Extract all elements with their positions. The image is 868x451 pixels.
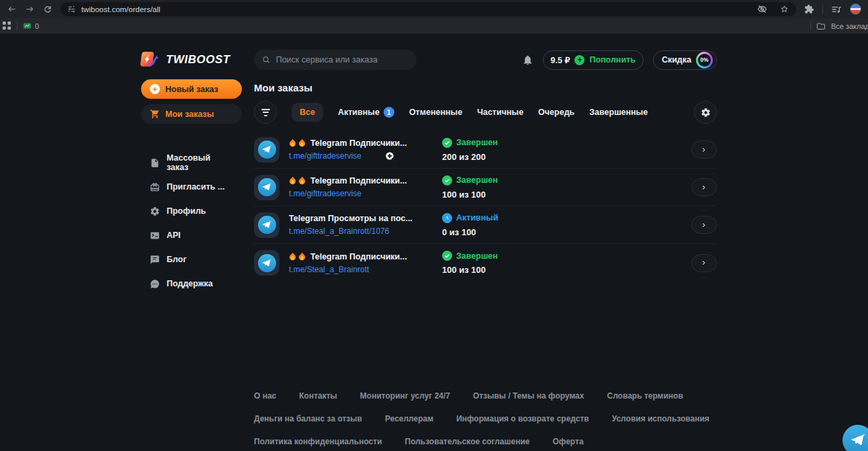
back-icon[interactable] [7,4,17,14]
check-icon [442,251,452,261]
sidebar-item-my-orders[interactable]: Мои заказы [141,104,242,124]
api-terminal-icon [150,231,160,241]
filter-button[interactable] [254,101,277,124]
invite-gift-icon [150,182,160,192]
chevron-right-icon [700,183,708,192]
balance-value: 9.5 ₽ [551,55,570,65]
profile-gear-icon [150,206,160,216]
search-icon [262,55,271,65]
bookmark-item[interactable]: 0 [23,22,39,30]
discount-pill[interactable]: Скидка 0% [653,50,717,70]
footer-link[interactable]: О нас [254,391,276,401]
brand-logo[interactable]: TWIBOOST [141,50,254,69]
footer-link[interactable]: Пользовательское соглашение [405,437,530,446]
url-text[interactable]: twiboost.com/orders/all [81,5,745,13]
brand-logo-icon [141,50,161,69]
new-order-button[interactable]: + Новый заказ [141,79,242,99]
bookmarks-bar: 0 Все заклад [0,18,868,34]
gear-icon [701,108,711,118]
bookmark-label: 0 [35,22,39,30]
order-row[interactable]: Telegram Подписчики... t.me/gifttradeser… [254,131,717,169]
footer-link[interactable]: Оферта [552,437,583,446]
address-bar[interactable]: twiboost.com/orders/all [60,2,796,16]
orders-list: Telegram Подписчики... t.me/gifttradeser… [254,131,717,282]
order-title: Telegram Подписчики... [310,138,407,148]
footer-link[interactable]: Информация о возврате средств [456,414,589,423]
footer-link[interactable]: Условия использования [612,414,709,423]
order-title: Telegram Просмотры на пос... [289,214,413,223]
sidebar-item-support[interactable]: Поддержка [141,272,242,296]
telegram-icon [254,137,279,163]
footer: О нас Контакты Мониторинг услуг 24/7 Отз… [254,391,717,446]
sidebar-item-invite[interactable]: Пригласить ... [141,175,242,199]
reading-list-icon[interactable] [831,4,842,15]
order-details-button[interactable] [691,254,717,272]
footer-link[interactable]: Деньги на баланс за отзыв [254,414,362,423]
order-details-button[interactable] [691,178,717,196]
telegram-fab-button[interactable] [842,425,868,451]
tab-all[interactable]: Все [292,103,323,122]
reload-icon[interactable] [43,5,52,14]
active-count-badge: 1 [384,107,394,118]
side-panel-grid-icon[interactable] [3,22,11,30]
footer-link[interactable]: Политика конфиденциальности [254,437,382,446]
flame-icons [289,252,306,261]
order-link[interactable]: t.me/gifttradeservise [289,151,442,161]
sidebar-item-bulk-order[interactable]: Массовый заказ [141,151,242,175]
discount-label: Скидка [662,55,691,65]
sidebar-item-blog[interactable]: Блог [141,247,242,272]
footer-link[interactable]: Мониторинг услуг 24/7 [360,391,450,401]
notifications-bell-icon[interactable] [522,54,533,66]
bookmark-star-icon[interactable] [779,4,789,14]
site-info-icon[interactable] [67,5,76,13]
footer-link[interactable]: Словарь терминов [607,391,683,401]
bookmarks-divider [17,22,17,30]
order-details-button[interactable] [691,216,717,234]
check-icon [442,138,452,148]
eye-off-icon[interactable] [757,4,767,14]
chevron-right-icon [700,259,708,267]
tab-active[interactable]: Активные 1 [338,107,394,118]
tab-partial[interactable]: Частичные [477,108,523,117]
tab-queue[interactable]: Очередь [538,108,574,117]
tab-cancelled[interactable]: Отмененные [409,108,462,117]
search-input[interactable] [276,55,408,65]
telegram-icon [254,212,279,238]
check-icon [442,175,452,186]
order-link[interactable]: t.me/gifttradeservise [289,189,442,198]
order-count: 0 из 100 [442,227,691,237]
sidebar-item-profile[interactable]: Профиль [141,199,242,223]
order-count: 100 из 100 [442,190,691,200]
footer-link[interactable]: Реселлерам [385,414,433,423]
sidebar-item-api[interactable]: API [141,223,242,247]
order-row[interactable]: Telegram Подписчики... t.me/gifttradeser… [254,169,717,206]
balance-pill[interactable]: 9.5 ₽ + Пополнить [543,50,644,70]
flame-icons [289,176,306,186]
page-title: Мои заказы [254,82,717,93]
order-count: 100 из 100 [442,265,691,275]
search-bar[interactable] [254,50,417,70]
topup-label[interactable]: Пополнить [589,55,635,65]
tab-completed[interactable]: Завершенные [589,108,648,117]
bulk-order-icon [150,158,160,168]
support-chat-icon [150,279,160,289]
order-link[interactable]: t.me/Steal_a_Brainrott [289,265,442,274]
page: TWIBOOST 9.5 ₽ + Пополнить Скидка 0 [0,34,868,451]
filter-icon [261,107,270,118]
order-title: Telegram Подписчики... [310,176,407,186]
forward-icon[interactable] [25,4,35,14]
telegram-plane-icon [851,434,865,447]
order-details-button[interactable] [691,140,717,159]
plus-circle-icon: + [150,84,160,94]
sidebar: + Новый заказ Мои заказы Массовый заказ … [141,79,242,451]
all-bookmarks[interactable]: Все заклад [810,22,868,31]
topup-plus-icon: + [574,55,584,65]
extensions-icon[interactable] [804,4,814,14]
profile-avatar[interactable] [850,3,861,15]
order-row[interactable]: Telegram Просмотры на пос... t.me/Steal_… [254,206,717,244]
footer-link[interactable]: Контакты [299,391,337,401]
order-row[interactable]: Telegram Подписчики... t.me/Steal_a_Brai… [254,244,717,282]
order-link[interactable]: t.me/Steal_a_Brainrott/1076 [289,227,442,236]
orders-settings-button[interactable] [694,101,717,124]
footer-link[interactable]: Отзывы / Темы на форумах [473,391,584,401]
